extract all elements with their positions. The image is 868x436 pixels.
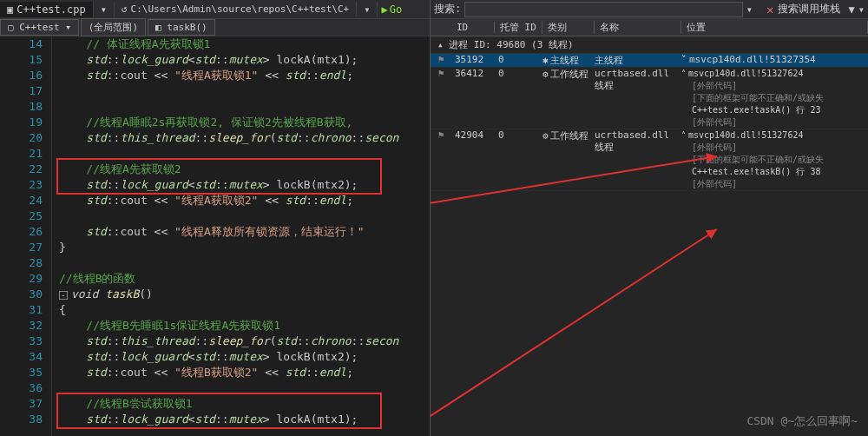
thread-icon: ✱ (542, 55, 549, 66)
svg-line-1 (431, 229, 717, 436)
flag-icon[interactable]: ⚑ (431, 68, 451, 79)
flag-icon[interactable]: ⚑ (431, 54, 451, 65)
tab-path[interactable]: ↺ C:\Users\Admin\source\repos\C++test\C+ (115, 2, 357, 17)
gear-icon: ⚙ (542, 69, 549, 80)
process-row[interactable]: ▴ 进程 ID: 49680 (3 线程) (431, 36, 868, 54)
flag-icon[interactable]: ⚑ (431, 129, 451, 141)
search-dropdown-icon[interactable]: ▾ (746, 3, 753, 16)
thread-row-2[interactable]: ⚑ 36412 0 ⚙工作线程 ucrtbased.dll 线程 ˄msvcp1… (431, 68, 868, 129)
filter-dropdown-icon[interactable]: ▾ (858, 3, 865, 16)
hdr-name[interactable]: 名称 (595, 21, 681, 34)
expand-icon[interactable]: ˅ (681, 54, 689, 65)
tab-file[interactable]: ▣ C++test.cpp (0, 2, 94, 17)
threads-header: ID 托管 ID 类别 名称 位置 (431, 19, 868, 36)
history-icon: ↺ (122, 3, 128, 15)
hdr-loc[interactable]: 位置 (681, 21, 868, 34)
gear-icon: ⚙ (542, 130, 549, 142)
collapse-icon[interactable]: ˄ (681, 69, 688, 78)
watermark: CSDN @~怎么回事啊~ (746, 413, 858, 429)
search-input[interactable] (464, 2, 743, 17)
code-editor[interactable]: 1415161718192021222324252627282930313233… (0, 36, 430, 436)
line-gutter: 1415161718192021222324252627282930313233… (0, 36, 52, 436)
thread-row-1[interactable]: ⚑ 35192 0 ✱主线程 主线程 ˅msvcp140d.dll!513273… (431, 54, 868, 68)
func-icon: ◧ (155, 22, 161, 33)
fold-icon[interactable]: - (59, 291, 68, 300)
go-label: Go (390, 3, 402, 16)
scope-func[interactable]: ◧ taskB() (148, 19, 215, 36)
hdr-mid[interactable]: 托管 ID (495, 21, 542, 34)
scope-func-label: taskB() (167, 22, 207, 33)
dropdown-icon-2[interactable]: ▾ (357, 2, 378, 17)
search-label: 搜索: (434, 2, 461, 17)
close-icon[interactable]: ✕ (766, 3, 773, 17)
collapse-icon[interactable]: ˄ (681, 130, 688, 140)
tab-file-label: C++test.cpp (16, 3, 85, 16)
go-button[interactable]: ▶ Go (378, 3, 405, 16)
hdr-id[interactable]: ID (451, 22, 495, 33)
scope-project[interactable]: ▢ C++test ▾ (0, 19, 79, 36)
threads-body: ▴ 进程 ID: 49680 (3 线程) ⚑ 35192 0 ✱主线程 主线程… (431, 36, 868, 436)
hdr-cat[interactable]: 类别 (542, 21, 595, 34)
scope-global[interactable]: (全局范围) (81, 18, 146, 36)
project-icon: ▢ (8, 22, 14, 33)
scope-bar: ▢ C++test ▾ (全局范围) ◧ taskB() (0, 19, 430, 36)
code-body[interactable]: // 体证线程A先获取锁1 std::lock_guard<std::mutex… (52, 36, 430, 436)
play-icon: ▶ (381, 3, 387, 16)
scope-project-label: C++test (19, 22, 59, 33)
tab-path-label: C:\Users\Admin\source\repos\C++test\C+ (131, 3, 350, 15)
search-bar: 搜索: ▾ ✕ 搜索调用堆栈 ▼ ▾ (431, 0, 868, 19)
file-tabs: ▣ C++test.cpp ▾ ↺ C:\Users\Admin\source\… (0, 0, 430, 19)
filter-icon[interactable]: ▼ (849, 3, 855, 16)
thread-row-3[interactable]: ⚑ 42904 0 ⚙工作线程 ucrtbased.dll 线程 ˄msvcp1… (431, 129, 868, 191)
cpp-file-icon: ▣ (7, 3, 13, 16)
dropdown-icon[interactable]: ▾ (94, 2, 115, 17)
panel-title: 搜索调用堆栈 (778, 2, 840, 17)
